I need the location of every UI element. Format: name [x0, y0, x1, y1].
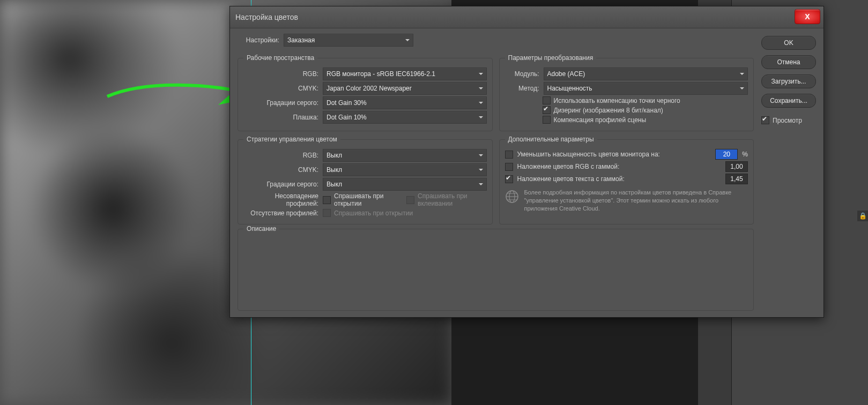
ok-button[interactable]: OK	[761, 36, 816, 50]
missing-open-label: Спрашивать при открытии	[334, 209, 413, 217]
conv-engine-select[interactable]: Adobe (ACE)	[544, 68, 748, 80]
desat-value-input[interactable]: 20	[715, 149, 738, 160]
dialog-title: Настройка цветов	[235, 13, 298, 21]
ws-rgb-label: RGB:	[243, 70, 318, 78]
settings-label: Настройки:	[241, 36, 279, 44]
desat-label: Уменьшить насыщенность цветов монитора н…	[517, 151, 711, 158]
conv-intent-label: Метод:	[505, 85, 539, 92]
ws-rgb-select[interactable]: RGB монитора - sRGB IEC61966-2.1	[323, 68, 487, 80]
desat-unit: %	[742, 151, 748, 158]
advanced-legend: Дополнительные параметры	[505, 136, 597, 143]
save-button[interactable]: Сохранить...	[761, 94, 816, 108]
desat-checkbox[interactable]	[505, 151, 513, 159]
close-button[interactable]: X	[795, 9, 820, 24]
conv-engine-label: Модуль:	[505, 70, 539, 78]
text-gamma-checkbox[interactable]	[505, 175, 513, 183]
rgb-gamma-checkbox[interactable]	[505, 163, 513, 171]
color-settings-dialog: Настройка цветов X Настройки: Заказная Р…	[229, 6, 824, 318]
policies-panel: Стратегии управления цветом RGB: Выкл CM…	[238, 136, 493, 224]
mismatch-open-checkbox[interactable]	[323, 196, 331, 204]
preview-label: Просмотр	[773, 117, 802, 124]
ws-gray-select[interactable]: Dot Gain 30%	[323, 96, 487, 109]
missing-open-checkbox	[323, 209, 331, 217]
conversion-panel: Параметры преобразования Модуль: Adobe (…	[499, 54, 754, 131]
lock-icon[interactable]: 🔒	[857, 211, 868, 221]
workspaces-panel: Рабочие пространства RGB: RGB монитора -…	[238, 54, 493, 131]
conv-intent-select[interactable]: Насыщенность	[544, 82, 748, 95]
text-gamma-input[interactable]: 1,45	[725, 174, 748, 184]
advanced-panel: Дополнительные параметры Уменьшить насыщ…	[499, 136, 754, 224]
blackpoint-checkbox[interactable]	[543, 96, 551, 104]
text-gamma-label: Наложение цветов текста с гаммой:	[517, 175, 722, 183]
rgb-gamma-input[interactable]: 1,00	[725, 161, 748, 172]
settings-select-value: Заказная	[287, 36, 315, 44]
policies-legend: Стратегии управления цветом	[243, 136, 340, 143]
ws-spot-select[interactable]: Dot Gain 10%	[323, 111, 487, 124]
ws-cmyk-label: CMYK:	[243, 85, 318, 92]
ws-cmyk-select[interactable]: Japan Color 2002 Newspaper	[323, 82, 487, 95]
settings-select[interactable]: Заказная	[284, 34, 413, 47]
ws-gray-label: Градации серого:	[243, 99, 318, 107]
close-icon: X	[805, 12, 810, 21]
dither-label: Дизеринг (изображения 8 бит/канал)	[554, 107, 663, 114]
preview-checkbox[interactable]	[761, 116, 769, 124]
pol-missing-label: Отсутствие профилей:	[243, 209, 318, 217]
pol-gray-select[interactable]: Выкл	[323, 178, 487, 191]
pol-rgb-label: RGB:	[243, 152, 318, 159]
conversion-legend: Параметры преобразования	[505, 54, 597, 62]
advanced-help-text: Более подробная информация по настройкам…	[524, 189, 748, 213]
pol-mismatch-label: Несовпадение профилей:	[243, 192, 318, 207]
load-button[interactable]: Загрузить...	[761, 74, 816, 88]
dither-checkbox[interactable]	[543, 106, 551, 114]
globe-icon	[505, 190, 519, 204]
rgb-gamma-label: Наложение цветов RGB с гаммой:	[517, 163, 722, 170]
mismatch-paste-label: Спрашивать при вклеивании	[418, 192, 486, 207]
dialog-titlebar[interactable]: Настройка цветов X	[230, 6, 824, 28]
pol-cmyk-select[interactable]: Выкл	[323, 163, 487, 176]
pol-rgb-select[interactable]: Выкл	[323, 149, 487, 162]
mismatch-paste-checkbox	[406, 196, 414, 204]
cancel-button[interactable]: Отмена	[761, 55, 816, 69]
scene-comp-checkbox[interactable]	[543, 116, 551, 124]
pol-cmyk-label: CMYK:	[243, 166, 318, 174]
description-panel: Описание	[238, 229, 754, 311]
blackpoint-label: Использовать компенсацию точки черного	[554, 97, 680, 104]
mismatch-open-label: Спрашивать при открытии	[334, 192, 397, 207]
description-legend: Описание	[243, 225, 279, 232]
scene-comp-label: Компенсация профилей сцены	[554, 116, 647, 124]
ws-spot-label: Плашка:	[243, 114, 318, 121]
workspaces-legend: Рабочие пространства	[243, 54, 317, 62]
pol-gray-label: Градации серого:	[243, 181, 318, 188]
